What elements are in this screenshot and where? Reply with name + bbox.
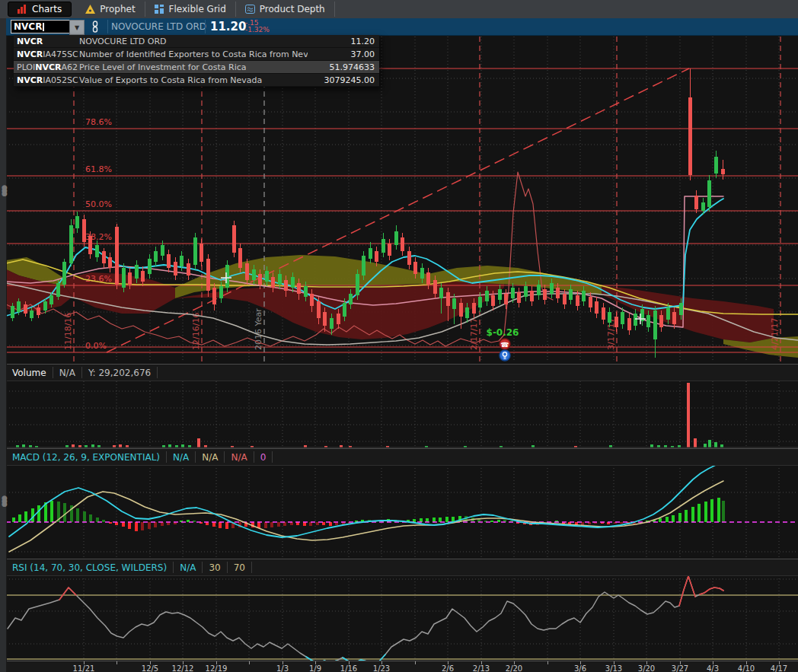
axis-tick (415, 661, 416, 664)
svg-text:78.6%: 78.6% (85, 117, 112, 127)
symbol-description: NOVOCURE LTD ORD (111, 21, 206, 32)
rsi-chart (6, 576, 798, 664)
symbol-header-row: NVCR ▼ NOVOCURE LTD ORD 11.20 -.15 -1.32… (6, 18, 798, 36)
svg-text:11/18/16: 11/18/16 (63, 313, 73, 350)
axis-date-label: 1/23 (373, 664, 390, 672)
symbol-suggestion-row[interactable]: NVCR NOVOCURE LTD ORD 11.20 (14, 35, 379, 48)
symbol-lookup-dropdown: NVCR NOVOCURE LTD ORD 11.20 NVCRIA475SC … (14, 35, 379, 87)
chart-tab-bar: Charts Prophet Flexible Grid Product Dep… (0, 0, 798, 18)
symbol-suggestion-row[interactable]: NVCRIA475SC Number of Identified Exporte… (14, 48, 379, 61)
svg-text:☎: ☎ (500, 341, 509, 349)
tab-charts[interactable]: Charts (8, 2, 72, 17)
divider (205, 20, 206, 33)
link-icon[interactable] (91, 21, 99, 36)
volume-panel-header[interactable]: Volume N/A Y: 29,202,676 (6, 364, 798, 381)
volume-chart (6, 383, 798, 447)
bulb-icon (500, 350, 510, 361)
axis-date-label: 1/3 (276, 664, 289, 672)
axis-date-label: 3/6 (574, 664, 586, 672)
symbol-dropdown-button[interactable]: ▼ (69, 20, 85, 35)
volume-title: Volume (6, 367, 53, 378)
axis-date-label: 1/9 (309, 664, 321, 672)
volume-value: N/A (53, 367, 82, 378)
axis-tick (547, 661, 548, 664)
axis-date-label: 3/20 (638, 664, 655, 672)
rsi-title: RSI (14, 70, 30, CLOSE, WILDERS) (6, 562, 174, 573)
macd-value-2: N/A (196, 451, 225, 463)
axis-date-label: 12/12 (172, 664, 194, 672)
svg-text:61.8%: 61.8% (85, 164, 112, 174)
text-caret (43, 23, 44, 31)
axis-date-label: 2/13 (473, 664, 490, 672)
tab-flexible-grid[interactable]: Flexible Grid (145, 2, 236, 17)
symbol-suggestion-row[interactable]: NVCRIA052SC Value of Exports to Costa Ri… (14, 74, 379, 87)
macd-title: MACD (12, 26, 9, EXPONENTIAL) (6, 451, 167, 463)
change-percent: -1.32% (245, 27, 270, 33)
left-panel-gripper[interactable]: ●●● ●●● (0, 0, 7, 672)
symbol-text: NVCR (14, 21, 42, 32)
rsi-value-1: N/A (174, 562, 203, 573)
price-change: -.15 -1.32% (245, 20, 270, 33)
svg-text:4/21/17: 4/21/17 (770, 318, 780, 350)
tab-prophet[interactable]: Prophet (76, 2, 145, 17)
axis-date-label: 12/19 (206, 664, 228, 672)
tab-label: Flexible Grid (169, 4, 226, 14)
charts-icon (18, 5, 27, 14)
axis-date-label: 2/20 (506, 664, 522, 672)
macd-value-3: N/A (225, 451, 254, 463)
volume-y-readout: Y: 29,202,676 (82, 367, 158, 378)
rsi-panel-header[interactable]: RSI (14, 70, 30, CLOSE, WILDERS) N/A 30 … (6, 559, 798, 576)
divider (107, 20, 108, 33)
axis-date-label: 11/21 (73, 664, 95, 672)
rsi-value-3: 70 (228, 562, 252, 573)
product-depth-icon (245, 5, 255, 14)
grip-dots: ●●● (2, 496, 5, 505)
axis-date-label: 4/3 (707, 664, 719, 672)
svg-text:50.0%: 50.0% (85, 199, 112, 209)
tab-label: Prophet (100, 4, 135, 14)
axis-tick (249, 661, 250, 664)
symbol-input[interactable]: NVCR (11, 20, 75, 33)
symbol-suggestion-row-highlighted[interactable]: PLOINVCRA62 Price Level of Investment fo… (14, 61, 379, 74)
last-price: 11.20 (210, 20, 246, 33)
svg-text:$-0.26: $-0.26 (487, 327, 519, 338)
phone-icon: ☎ (500, 339, 510, 349)
axis-date-label: 2/6 (442, 664, 454, 672)
macd-value-1: N/A (167, 451, 196, 463)
macd-chart (6, 462, 798, 552)
axis-date-label: 3/13 (605, 664, 622, 672)
macd-panel-header[interactable]: MACD (12, 26, 9, EXPONENTIAL) N/A N/A N/… (6, 448, 798, 466)
svg-text:23.6%: 23.6% (85, 274, 112, 284)
grip-dots: ●●● (2, 186, 5, 195)
time-axis[interactable]: 11/2112/512/1212/191/31/91/161/232/62/13… (6, 661, 798, 672)
svg-text:0.0%: 0.0% (85, 341, 107, 351)
svg-text:2/17/17: 2/17/17 (469, 318, 479, 350)
axis-date-label: 4/17 (771, 664, 787, 672)
axis-date-label: 12/5 (142, 664, 158, 672)
rsi-value-2: 30 (203, 562, 227, 573)
trading-workspace: { "tabbar": { "tabs": [ {"label": "Chart… (0, 0, 798, 672)
axis-tick (117, 661, 117, 664)
tab-label: Product Depth (260, 4, 325, 14)
tab-label: Charts (32, 4, 62, 14)
tab-product-depth[interactable]: Product Depth (236, 2, 335, 17)
macd-value-4: 0 (254, 451, 273, 463)
axis-date-label: 4/10 (738, 664, 755, 672)
axis-date-label: 1/16 (340, 664, 357, 672)
prophet-icon (85, 5, 95, 14)
flexible-grid-icon (155, 5, 164, 14)
axis-date-label: 3/27 (672, 664, 688, 672)
